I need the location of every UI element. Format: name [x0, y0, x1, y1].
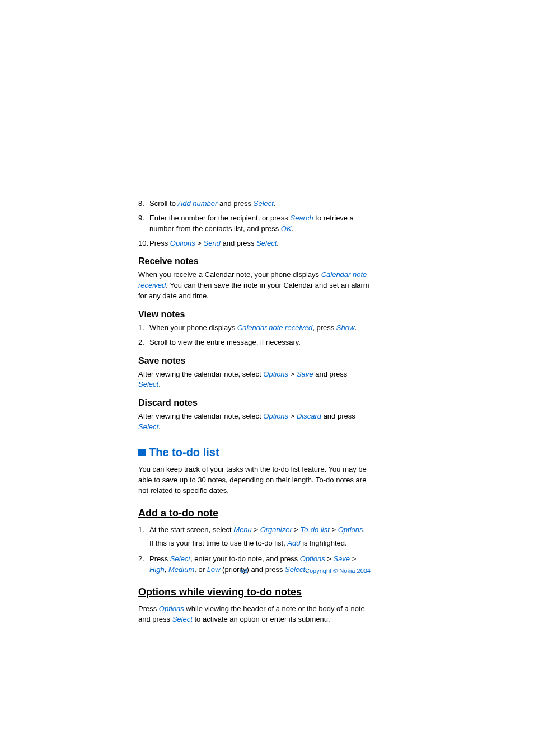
select-link[interactable]: Select [138, 422, 158, 431]
view-notes-heading: View notes [138, 309, 371, 320]
options-link[interactable]: Options [159, 604, 184, 613]
add-link[interactable]: Add [287, 539, 300, 547]
todo-intro: You can keep track of your tasks with th… [138, 464, 371, 496]
options-viewing-heading: Options while viewing to-do notes [138, 586, 371, 598]
add-number-link[interactable]: Add number [178, 199, 218, 208]
discard-notes-heading: Discard notes [138, 398, 371, 408]
options-link[interactable]: Options [300, 555, 325, 563]
step-text: Press Options > Send and press Select. [149, 238, 371, 249]
todo-list-link[interactable]: To-do list [301, 525, 330, 534]
page-content: 8. Scroll to Add number and press Select… [138, 199, 371, 629]
options-viewing-text: Press Options while viewing the header o… [138, 604, 371, 625]
options-link[interactable]: Options [170, 239, 195, 247]
todo-section-title: The to-do list [138, 446, 371, 459]
show-link[interactable]: Show [336, 323, 355, 332]
select-link[interactable]: Select [170, 555, 190, 563]
step-number: 8. [138, 199, 149, 209]
options-link[interactable]: Options [338, 525, 363, 534]
save-link[interactable]: Save [297, 370, 313, 378]
section-marker-icon [138, 449, 146, 456]
step-number: 2. [138, 337, 149, 348]
select-link[interactable]: Select [138, 380, 158, 388]
options-link[interactable]: Options [263, 370, 288, 378]
options-link[interactable]: Options [263, 412, 288, 420]
view-step-2: 2. Scroll to view the entire message, if… [138, 337, 371, 348]
step-number: 1. [138, 525, 149, 551]
ok-link[interactable]: OK [281, 224, 292, 233]
footer-spacer [138, 567, 183, 574]
addnote-step-1: 1. At the start screen, select Menu > Or… [138, 525, 371, 551]
page-number: 88 [183, 567, 305, 574]
step-10: 10. Press Options > Send and press Selec… [138, 238, 371, 249]
receive-notes-heading: Receive notes [138, 256, 371, 266]
sub-text: If this is your first time to use the to… [149, 538, 371, 549]
receive-notes-text: When you receive a Calendar note, your p… [138, 270, 371, 302]
discard-notes-text: After viewing the calendar note, select … [138, 411, 371, 433]
step-text: Scroll to view the entire message, if ne… [149, 337, 371, 348]
step-text: Scroll to Add number and press Select. [149, 199, 371, 209]
select-link[interactable]: Select [254, 199, 274, 208]
organizer-link[interactable]: Organizer [260, 525, 292, 534]
step-text: At the start screen, select Menu > Organ… [149, 525, 371, 551]
step-number: 1. [138, 323, 149, 334]
step-number: 9. [138, 213, 149, 234]
page-footer: 88 Copyright © Nokia 2004 [138, 567, 371, 574]
discard-link[interactable]: Discard [297, 412, 321, 420]
step-number: 10. [138, 238, 149, 249]
calendar-note-received-link[interactable]: Calendar note received [237, 323, 312, 332]
step-9: 9. Enter the number for the recipient, o… [138, 213, 371, 234]
add-todo-heading: Add a to-do note [138, 508, 371, 519]
select-link[interactable]: Select [256, 239, 277, 247]
send-link[interactable]: Send [203, 239, 220, 247]
search-link[interactable]: Search [290, 214, 313, 222]
menu-link[interactable]: Menu [233, 525, 252, 534]
step-text: When your phone displays Calendar note r… [149, 323, 371, 334]
view-step-1: 1. When your phone displays Calendar not… [138, 323, 371, 334]
copyright: Copyright © Nokia 2004 [305, 567, 371, 574]
select-link[interactable]: Select [172, 615, 193, 623]
save-notes-heading: Save notes [138, 356, 371, 366]
step-text: Enter the number for the recipient, or p… [149, 213, 371, 234]
step-8: 8. Scroll to Add number and press Select… [138, 199, 371, 209]
save-notes-text: After viewing the calendar note, select … [138, 369, 371, 391]
save-link[interactable]: Save [333, 555, 350, 563]
